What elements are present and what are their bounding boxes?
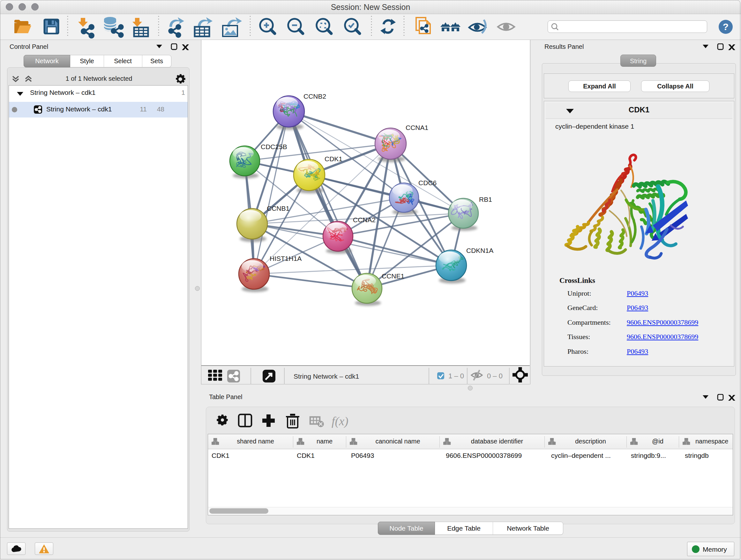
svg-text:CDK1: CDK1 xyxy=(325,155,342,163)
svg-text:CDC25B: CDC25B xyxy=(261,143,287,150)
svg-text:CDC6: CDC6 xyxy=(418,179,436,186)
svg-text:CDKN1A: CDKN1A xyxy=(466,247,493,254)
svg-text:CCNA2: CCNA2 xyxy=(353,216,376,224)
svg-text:String Network – cdk1: String Network – cdk1 xyxy=(293,373,359,380)
svg-text:HIST1H1A: HIST1H1A xyxy=(270,255,301,262)
svg-text:CCNE1: CCNE1 xyxy=(382,272,404,280)
svg-text:RB1: RB1 xyxy=(479,196,492,203)
svg-text:?: ? xyxy=(723,21,729,32)
svg-text:f(x): f(x) xyxy=(332,415,348,428)
svg-text:CCNA1: CCNA1 xyxy=(406,124,428,131)
svg-text:CCNB2: CCNB2 xyxy=(304,92,326,100)
svg-text:CCNB1: CCNB1 xyxy=(267,205,289,212)
svg-text:1 – 0: 1 – 0 xyxy=(448,372,464,380)
svg-text:0 – 0: 0 – 0 xyxy=(487,372,502,380)
